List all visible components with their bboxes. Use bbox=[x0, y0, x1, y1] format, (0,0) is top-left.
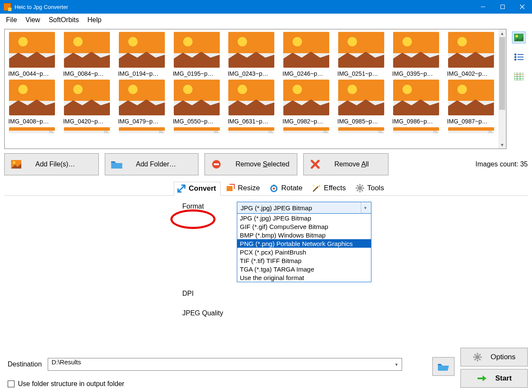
thumbnail-item[interactable] bbox=[61, 127, 113, 133]
format-option[interactable]: BMP (*.bmp) Windows Bitmap bbox=[237, 231, 371, 239]
thumbnail-item[interactable] bbox=[445, 127, 497, 133]
thumbnail-item[interactable]: IMG_0982~p… bbox=[281, 80, 332, 125]
add-folder-label: Add Folder… bbox=[136, 160, 176, 168]
scroll-down-icon[interactable]: ▼ bbox=[498, 141, 506, 149]
menu-softorbits[interactable]: SoftOrbits bbox=[44, 14, 83, 26]
menu-file[interactable]: File bbox=[2, 14, 21, 26]
add-files-button[interactable]: Add File(s)… bbox=[4, 153, 99, 175]
scroll-handle[interactable] bbox=[499, 37, 505, 110]
format-option[interactable]: PCX (*.pcx) PaintBrush bbox=[237, 248, 371, 256]
minimize-button[interactable] bbox=[473, 0, 493, 14]
thumbnail-item[interactable]: IMG_0631~p… bbox=[226, 80, 277, 125]
thumbnail-item[interactable]: IMG_0246~p… bbox=[281, 32, 332, 77]
thumbnail-label: IMG_0194~p… bbox=[118, 70, 166, 77]
options-label: Options bbox=[491, 353, 516, 361]
svg-line-31 bbox=[357, 185, 358, 186]
menu-bar: File View SoftOrbits Help bbox=[0, 14, 532, 26]
thumbnail-item[interactable] bbox=[390, 127, 442, 133]
thumbnail-item[interactable] bbox=[226, 127, 277, 133]
thumbnail-label: IMG_0251~p… bbox=[337, 70, 385, 77]
tab-convert[interactable]: Convert bbox=[174, 182, 221, 196]
menu-view[interactable]: View bbox=[21, 14, 44, 26]
thumbnail-item[interactable]: IMG_0987~p… bbox=[445, 80, 497, 125]
thumbnail-image-icon bbox=[283, 32, 329, 68]
format-option[interactable]: GIF (*.gif) CompuServe Bitmap bbox=[237, 222, 371, 231]
thumbnail-item[interactable]: IMG_0243~p… bbox=[226, 32, 277, 77]
thumbnail-item[interactable]: IMG_0408~p… bbox=[6, 80, 58, 125]
thumbnail-image-icon bbox=[64, 127, 110, 133]
thumbnail-image-icon bbox=[174, 80, 220, 115]
thumbnail-item[interactable] bbox=[281, 127, 332, 133]
thumbnail-image-icon bbox=[9, 127, 55, 133]
remove-selected-button[interactable]: Remove Selected bbox=[204, 153, 297, 175]
thumbnail-item[interactable] bbox=[116, 127, 168, 133]
thumbnail-item[interactable] bbox=[336, 127, 387, 133]
browse-button[interactable] bbox=[432, 357, 454, 376]
thumbnail-label: IMG_0395~p… bbox=[392, 70, 440, 77]
menu-help[interactable]: Help bbox=[83, 14, 106, 26]
format-option[interactable]: JPG (*.jpg) JPEG Bitmap bbox=[237, 214, 371, 222]
thumbnail-image-icon bbox=[393, 127, 439, 133]
thumbnail-image-icon bbox=[448, 127, 494, 133]
thumbnail-item[interactable] bbox=[171, 127, 222, 133]
thumbnail-item[interactable]: IMG_0479~p… bbox=[116, 80, 168, 125]
thumbnail-item[interactable]: IMG_0550~p… bbox=[171, 80, 222, 125]
destination-label: Destination bbox=[8, 361, 42, 368]
thumbnail-item[interactable]: IMG_0251~p… bbox=[336, 32, 387, 77]
thumbnail-scrollbar[interactable]: ▲ ▼ bbox=[498, 29, 506, 149]
thumbnail-item[interactable]: IMG_0044~p… bbox=[6, 32, 58, 77]
folder-structure-checkbox[interactable] bbox=[8, 381, 14, 387]
tab-effects[interactable]: Effects bbox=[309, 182, 350, 195]
svg-point-8 bbox=[515, 57, 516, 58]
destination-input[interactable]: D:\Results ▾ bbox=[48, 358, 402, 371]
thumbnail-item[interactable]: IMG_0986~p… bbox=[390, 80, 442, 125]
options-button[interactable]: Options bbox=[460, 348, 528, 366]
svg-point-25 bbox=[313, 185, 315, 186]
add-folder-button[interactable]: Add Folder… bbox=[105, 153, 198, 175]
thumbnail-item[interactable]: IMG_0985~p… bbox=[336, 80, 387, 125]
thumbnail-image-icon bbox=[119, 32, 165, 68]
view-thumbnails-button[interactable] bbox=[512, 31, 526, 43]
tab-resize-label: Resize bbox=[238, 184, 260, 192]
svg-line-42 bbox=[479, 354, 480, 355]
thumbnail-item[interactable]: IMG_0195~p… bbox=[171, 32, 222, 77]
chevron-down-icon[interactable]: ▾ bbox=[361, 202, 369, 213]
maximize-button[interactable] bbox=[493, 0, 512, 14]
tab-rotate[interactable]: Rotate bbox=[267, 182, 307, 195]
thumbnail-label: IMG_0631~p… bbox=[227, 118, 275, 125]
thumbnail-image-icon bbox=[338, 32, 384, 68]
chevron-down-icon[interactable]: ▾ bbox=[392, 359, 401, 370]
start-button[interactable]: Start bbox=[460, 369, 528, 388]
thumbnail-item[interactable]: IMG_0402~p… bbox=[445, 32, 497, 77]
view-details-button[interactable] bbox=[512, 71, 526, 83]
remove-all-icon bbox=[310, 160, 321, 169]
scroll-up-icon[interactable]: ▲ bbox=[498, 29, 506, 37]
format-option[interactable]: PNG (*.png) Portable Network Graphics bbox=[237, 239, 371, 248]
thumbnail-image-icon bbox=[448, 80, 494, 115]
thumbnail-label: IMG_0243~p… bbox=[227, 70, 275, 77]
thumbnail-image-icon bbox=[283, 80, 329, 115]
format-option[interactable]: Use the original format bbox=[237, 273, 371, 282]
thumbnail-item[interactable]: IMG_0084~p… bbox=[61, 32, 113, 77]
thumbnail-item[interactable]: IMG_0420~p… bbox=[61, 80, 113, 125]
format-option[interactable]: TIF (*.tif) TIFF Bitmap bbox=[237, 256, 371, 265]
remove-all-label: Remove All bbox=[334, 160, 369, 168]
remove-all-button[interactable]: Remove All bbox=[303, 153, 388, 175]
thumbnail-grid[interactable]: IMG_0044~p…IMG_0084~p…IMG_0194~p…IMG_019… bbox=[5, 29, 498, 149]
start-arrow-icon bbox=[477, 374, 487, 383]
format-combo[interactable]: JPG (*.jpg) JPEG Bitmap ▾ JPG (*.jpg) JP… bbox=[237, 202, 371, 282]
tab-resize[interactable]: Resize bbox=[223, 182, 264, 195]
thumbnail-item[interactable]: IMG_0395~p… bbox=[390, 32, 442, 77]
format-option[interactable]: TGA (*.tga) TARGA Image bbox=[237, 265, 371, 273]
format-dropdown-list[interactable]: JPG (*.jpg) JPEG BitmapGIF (*.gif) Compu… bbox=[237, 213, 371, 282]
thumbnail-item[interactable]: IMG_0194~p… bbox=[116, 32, 168, 77]
thumbnail-image-icon bbox=[9, 32, 55, 68]
view-list-button[interactable] bbox=[512, 51, 526, 63]
thumbnail-item[interactable] bbox=[6, 127, 58, 133]
tab-tools[interactable]: Tools bbox=[353, 182, 388, 195]
thumbnail-image-icon bbox=[228, 32, 274, 68]
convert-icon bbox=[177, 184, 186, 193]
format-label: Format bbox=[182, 202, 237, 210]
close-button[interactable] bbox=[512, 0, 532, 14]
tabs: Convert Resize Rotate Effects Tools bbox=[4, 181, 528, 196]
